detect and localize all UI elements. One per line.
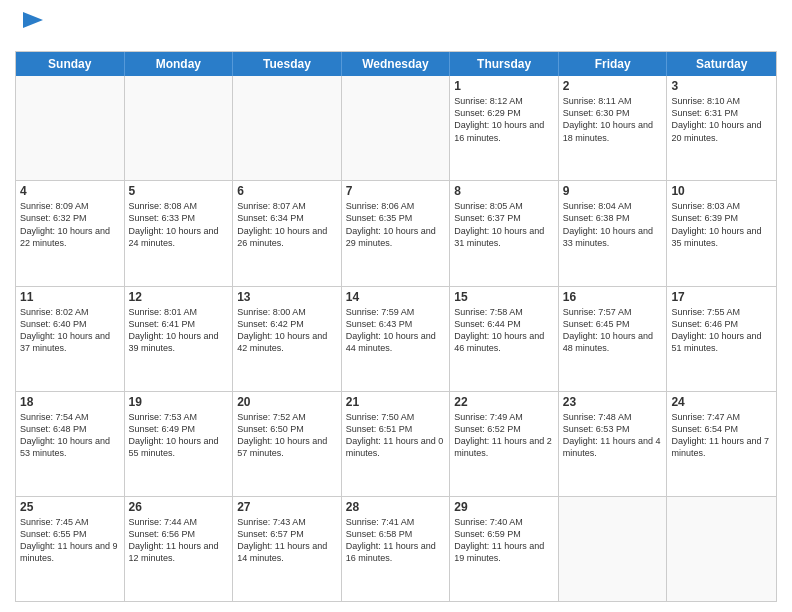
calendar-cell: 29Sunrise: 7:40 AM Sunset: 6:59 PM Dayli…	[450, 497, 559, 601]
calendar-cell	[16, 76, 125, 180]
cell-daylight-info: Sunrise: 7:47 AM Sunset: 6:54 PM Dayligh…	[671, 411, 772, 460]
day-number: 21	[346, 395, 446, 409]
day-number: 13	[237, 290, 337, 304]
logo	[15, 10, 45, 43]
calendar-cell: 26Sunrise: 7:44 AM Sunset: 6:56 PM Dayli…	[125, 497, 234, 601]
calendar-cell: 17Sunrise: 7:55 AM Sunset: 6:46 PM Dayli…	[667, 287, 776, 391]
calendar-cell: 12Sunrise: 8:01 AM Sunset: 6:41 PM Dayli…	[125, 287, 234, 391]
calendar-cell: 2Sunrise: 8:11 AM Sunset: 6:30 PM Daylig…	[559, 76, 668, 180]
calendar-cell: 5Sunrise: 8:08 AM Sunset: 6:33 PM Daylig…	[125, 181, 234, 285]
day-number: 28	[346, 500, 446, 514]
cell-daylight-info: Sunrise: 8:07 AM Sunset: 6:34 PM Dayligh…	[237, 200, 337, 249]
calendar: SundayMondayTuesdayWednesdayThursdayFrid…	[15, 51, 777, 602]
calendar-cell: 4Sunrise: 8:09 AM Sunset: 6:32 PM Daylig…	[16, 181, 125, 285]
day-number: 8	[454, 184, 554, 198]
day-number: 2	[563, 79, 663, 93]
calendar-cell: 18Sunrise: 7:54 AM Sunset: 6:48 PM Dayli…	[16, 392, 125, 496]
day-number: 25	[20, 500, 120, 514]
calendar-cell: 27Sunrise: 7:43 AM Sunset: 6:57 PM Dayli…	[233, 497, 342, 601]
cell-daylight-info: Sunrise: 8:09 AM Sunset: 6:32 PM Dayligh…	[20, 200, 120, 249]
day-number: 20	[237, 395, 337, 409]
cell-daylight-info: Sunrise: 7:52 AM Sunset: 6:50 PM Dayligh…	[237, 411, 337, 460]
calendar-header-cell: Saturday	[667, 52, 776, 76]
day-number: 24	[671, 395, 772, 409]
cell-daylight-info: Sunrise: 7:53 AM Sunset: 6:49 PM Dayligh…	[129, 411, 229, 460]
calendar-cell: 25Sunrise: 7:45 AM Sunset: 6:55 PM Dayli…	[16, 497, 125, 601]
day-number: 17	[671, 290, 772, 304]
cell-daylight-info: Sunrise: 8:03 AM Sunset: 6:39 PM Dayligh…	[671, 200, 772, 249]
day-number: 26	[129, 500, 229, 514]
calendar-body: 1Sunrise: 8:12 AM Sunset: 6:29 PM Daylig…	[16, 76, 776, 601]
day-number: 9	[563, 184, 663, 198]
calendar-header-cell: Friday	[559, 52, 668, 76]
day-number: 3	[671, 79, 772, 93]
cell-daylight-info: Sunrise: 7:59 AM Sunset: 6:43 PM Dayligh…	[346, 306, 446, 355]
calendar-cell: 24Sunrise: 7:47 AM Sunset: 6:54 PM Dayli…	[667, 392, 776, 496]
page: SundayMondayTuesdayWednesdayThursdayFrid…	[0, 0, 792, 612]
day-number: 29	[454, 500, 554, 514]
cell-daylight-info: Sunrise: 8:05 AM Sunset: 6:37 PM Dayligh…	[454, 200, 554, 249]
day-number: 16	[563, 290, 663, 304]
calendar-header-cell: Wednesday	[342, 52, 451, 76]
calendar-cell: 10Sunrise: 8:03 AM Sunset: 6:39 PM Dayli…	[667, 181, 776, 285]
calendar-cell: 21Sunrise: 7:50 AM Sunset: 6:51 PM Dayli…	[342, 392, 451, 496]
calendar-header-row: SundayMondayTuesdayWednesdayThursdayFrid…	[16, 52, 776, 76]
day-number: 23	[563, 395, 663, 409]
day-number: 11	[20, 290, 120, 304]
day-number: 14	[346, 290, 446, 304]
calendar-row: 18Sunrise: 7:54 AM Sunset: 6:48 PM Dayli…	[16, 392, 776, 497]
day-number: 12	[129, 290, 229, 304]
calendar-row: 4Sunrise: 8:09 AM Sunset: 6:32 PM Daylig…	[16, 181, 776, 286]
cell-daylight-info: Sunrise: 7:45 AM Sunset: 6:55 PM Dayligh…	[20, 516, 120, 565]
calendar-cell	[342, 76, 451, 180]
calendar-cell: 3Sunrise: 8:10 AM Sunset: 6:31 PM Daylig…	[667, 76, 776, 180]
logo-text	[15, 10, 45, 43]
calendar-row: 11Sunrise: 8:02 AM Sunset: 6:40 PM Dayli…	[16, 287, 776, 392]
calendar-cell: 7Sunrise: 8:06 AM Sunset: 6:35 PM Daylig…	[342, 181, 451, 285]
logo-bird-icon	[17, 10, 45, 38]
calendar-cell: 1Sunrise: 8:12 AM Sunset: 6:29 PM Daylig…	[450, 76, 559, 180]
cell-daylight-info: Sunrise: 7:48 AM Sunset: 6:53 PM Dayligh…	[563, 411, 663, 460]
day-number: 7	[346, 184, 446, 198]
cell-daylight-info: Sunrise: 7:57 AM Sunset: 6:45 PM Dayligh…	[563, 306, 663, 355]
cell-daylight-info: Sunrise: 7:41 AM Sunset: 6:58 PM Dayligh…	[346, 516, 446, 565]
calendar-row: 1Sunrise: 8:12 AM Sunset: 6:29 PM Daylig…	[16, 76, 776, 181]
cell-daylight-info: Sunrise: 8:11 AM Sunset: 6:30 PM Dayligh…	[563, 95, 663, 144]
cell-daylight-info: Sunrise: 8:12 AM Sunset: 6:29 PM Dayligh…	[454, 95, 554, 144]
calendar-cell: 13Sunrise: 8:00 AM Sunset: 6:42 PM Dayli…	[233, 287, 342, 391]
day-number: 1	[454, 79, 554, 93]
calendar-cell: 19Sunrise: 7:53 AM Sunset: 6:49 PM Dayli…	[125, 392, 234, 496]
calendar-cell: 14Sunrise: 7:59 AM Sunset: 6:43 PM Dayli…	[342, 287, 451, 391]
calendar-cell: 28Sunrise: 7:41 AM Sunset: 6:58 PM Dayli…	[342, 497, 451, 601]
cell-daylight-info: Sunrise: 7:49 AM Sunset: 6:52 PM Dayligh…	[454, 411, 554, 460]
day-number: 5	[129, 184, 229, 198]
calendar-cell: 23Sunrise: 7:48 AM Sunset: 6:53 PM Dayli…	[559, 392, 668, 496]
day-number: 27	[237, 500, 337, 514]
calendar-cell: 8Sunrise: 8:05 AM Sunset: 6:37 PM Daylig…	[450, 181, 559, 285]
calendar-cell	[667, 497, 776, 601]
header	[15, 10, 777, 43]
calendar-header-cell: Tuesday	[233, 52, 342, 76]
calendar-cell	[559, 497, 668, 601]
day-number: 15	[454, 290, 554, 304]
calendar-cell: 22Sunrise: 7:49 AM Sunset: 6:52 PM Dayli…	[450, 392, 559, 496]
calendar-cell: 15Sunrise: 7:58 AM Sunset: 6:44 PM Dayli…	[450, 287, 559, 391]
day-number: 22	[454, 395, 554, 409]
calendar-cell: 16Sunrise: 7:57 AM Sunset: 6:45 PM Dayli…	[559, 287, 668, 391]
day-number: 6	[237, 184, 337, 198]
cell-daylight-info: Sunrise: 8:02 AM Sunset: 6:40 PM Dayligh…	[20, 306, 120, 355]
svg-marker-0	[23, 12, 43, 28]
day-number: 19	[129, 395, 229, 409]
day-number: 4	[20, 184, 120, 198]
day-number: 10	[671, 184, 772, 198]
cell-daylight-info: Sunrise: 8:10 AM Sunset: 6:31 PM Dayligh…	[671, 95, 772, 144]
calendar-cell: 9Sunrise: 8:04 AM Sunset: 6:38 PM Daylig…	[559, 181, 668, 285]
cell-daylight-info: Sunrise: 7:55 AM Sunset: 6:46 PM Dayligh…	[671, 306, 772, 355]
day-number: 18	[20, 395, 120, 409]
calendar-cell: 11Sunrise: 8:02 AM Sunset: 6:40 PM Dayli…	[16, 287, 125, 391]
cell-daylight-info: Sunrise: 7:40 AM Sunset: 6:59 PM Dayligh…	[454, 516, 554, 565]
cell-daylight-info: Sunrise: 7:54 AM Sunset: 6:48 PM Dayligh…	[20, 411, 120, 460]
calendar-row: 25Sunrise: 7:45 AM Sunset: 6:55 PM Dayli…	[16, 497, 776, 601]
cell-daylight-info: Sunrise: 7:50 AM Sunset: 6:51 PM Dayligh…	[346, 411, 446, 460]
calendar-header-cell: Thursday	[450, 52, 559, 76]
